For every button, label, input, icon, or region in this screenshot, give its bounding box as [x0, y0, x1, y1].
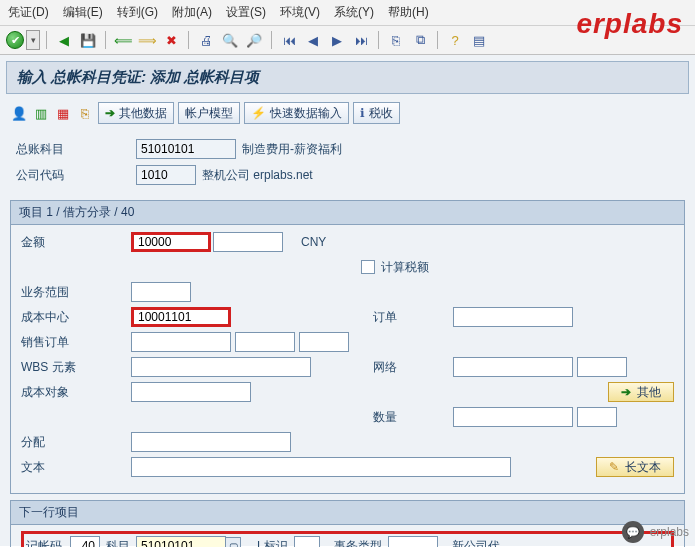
- first-page-icon[interactable]: ⏮: [278, 30, 300, 50]
- bus-area-field[interactable]: [131, 282, 191, 302]
- more-data-button[interactable]: ➔其他数据: [98, 102, 174, 124]
- menu-edit[interactable]: 编辑(E): [63, 4, 103, 21]
- other-button[interactable]: ➔其他: [608, 382, 674, 402]
- ttype-field[interactable]: [388, 536, 438, 547]
- cmd-dropdown[interactable]: ▾: [26, 30, 40, 50]
- sgl-label: L标识: [257, 538, 288, 548]
- bus-area-label: 业务范围: [21, 284, 131, 301]
- sgl-field[interactable]: [294, 536, 320, 547]
- amount-label: 金额: [21, 234, 131, 251]
- nav-back-icon[interactable]: ⟸: [112, 30, 134, 50]
- tax-button[interactable]: ℹ税收: [353, 102, 400, 124]
- menu-system[interactable]: 系统(Y): [334, 4, 374, 21]
- network-act-field[interactable]: [577, 357, 627, 377]
- wbs-label: WBS 元素: [21, 359, 131, 376]
- next-item-box: 下一行项目 记帐码 科目 ▢ L标识 事务类型 新公司代: [10, 500, 685, 547]
- qty-unit-field[interactable]: [577, 407, 617, 427]
- pstky-label: 记帐码: [26, 538, 62, 548]
- amount-field[interactable]: [131, 232, 211, 252]
- wechat-icon: 💬: [622, 521, 644, 543]
- menu-goto[interactable]: 转到(G): [117, 4, 158, 21]
- menu-extras[interactable]: 附加(A): [172, 4, 212, 21]
- cost-obj-field[interactable]: [131, 382, 251, 402]
- menu-settings[interactable]: 设置(S): [226, 4, 266, 21]
- gl-account-desc: 制造费用-薪资福利: [242, 141, 342, 158]
- new-session-icon[interactable]: ⎘: [385, 30, 407, 50]
- calc-tax-checkbox[interactable]: [361, 260, 375, 274]
- sales-order-label: 销售订单: [21, 334, 131, 351]
- display-icon[interactable]: ▦: [54, 103, 72, 123]
- account-field[interactable]: [136, 536, 226, 547]
- company-label: 公司代码: [16, 167, 136, 184]
- sales-order-sched-field[interactable]: [299, 332, 349, 352]
- order-label: 订单: [373, 309, 453, 326]
- account-label: 科目: [106, 538, 130, 548]
- shortcut-icon[interactable]: ⧉: [409, 30, 431, 50]
- cancel-icon[interactable]: ✖: [160, 30, 182, 50]
- copy-icon[interactable]: ⎘: [76, 103, 94, 123]
- network-field[interactable]: [453, 357, 573, 377]
- acct-model-button[interactable]: 帐户模型: [178, 102, 240, 124]
- footer-name: erplabs: [650, 525, 689, 539]
- back-icon[interactable]: ◀: [53, 30, 75, 50]
- app-toolbar: 👤 ▥ ▦ ⎘ ➔其他数据 帐户模型 ⚡快速数据输入 ℹ税收: [6, 100, 689, 126]
- cost-center-field[interactable]: [131, 307, 231, 327]
- help-icon[interactable]: ?: [444, 30, 466, 50]
- menu-bar: 凭证(D) 编辑(E) 转到(G) 附加(A) 设置(S) 环境(V) 系统(Y…: [0, 0, 695, 26]
- amount2-field[interactable]: [213, 232, 283, 252]
- network-label: 网络: [373, 359, 453, 376]
- header-form: 总账科目 制造费用-薪资福利 公司代码 整机公司 erplabs.net: [6, 134, 689, 194]
- cost-center-label: 成本中心: [21, 309, 131, 326]
- menu-env[interactable]: 环境(V): [280, 4, 320, 21]
- assign-label: 分配: [21, 434, 131, 451]
- gl-account-label: 总账科目: [16, 141, 136, 158]
- fast-entry-button[interactable]: ⚡快速数据输入: [244, 102, 349, 124]
- save-icon[interactable]: 💾: [77, 30, 99, 50]
- cost-obj-label: 成本对象: [21, 384, 131, 401]
- last-page-icon[interactable]: ⏭: [350, 30, 372, 50]
- user-icon[interactable]: 👤: [10, 103, 28, 123]
- page-title: 输入 总帐科目凭证: 添加 总帐科目项: [6, 61, 689, 94]
- newco-label: 新公司代: [452, 538, 500, 548]
- company-desc: 整机公司 erplabs.net: [202, 167, 313, 184]
- menu-doc[interactable]: 凭证(D): [8, 4, 49, 21]
- account-search-help[interactable]: ▢: [225, 537, 241, 547]
- calc-tax-label: 计算税额: [381, 259, 429, 276]
- line-item-box: 项目 1 / 借方分录 / 40 金额 CNY 计算税额 业务范围 成本中心: [10, 200, 685, 494]
- ttype-label: 事务类型: [334, 538, 382, 548]
- next-page-icon[interactable]: ▶: [326, 30, 348, 50]
- currency-label: CNY: [301, 235, 326, 249]
- nav-exit-icon[interactable]: ⟹: [136, 30, 158, 50]
- enter-icon[interactable]: ✔: [6, 31, 24, 49]
- prev-page-icon[interactable]: ◀: [302, 30, 324, 50]
- print-icon[interactable]: 🖨: [195, 30, 217, 50]
- assign-field[interactable]: [131, 432, 291, 452]
- pstky-field[interactable]: [70, 536, 100, 547]
- long-text-button[interactable]: ✎长文本: [596, 457, 674, 477]
- sales-order-item-field[interactable]: [235, 332, 295, 352]
- wbs-field[interactable]: [131, 357, 311, 377]
- line-item-title: 项目 1 / 借方分录 / 40: [11, 201, 684, 225]
- qty-field[interactable]: [453, 407, 573, 427]
- text-label: 文本: [21, 459, 131, 476]
- content-area: 输入 总帐科目凭证: 添加 总帐科目项 👤 ▥ ▦ ⎘ ➔其他数据 帐户模型 ⚡…: [0, 55, 695, 546]
- overview-icon[interactable]: ▥: [32, 103, 50, 123]
- gl-account-field: [136, 139, 236, 159]
- menu-help[interactable]: 帮助(H): [388, 4, 429, 21]
- company-field: [136, 165, 196, 185]
- footer-badge: 💬 erplabs: [622, 521, 689, 543]
- next-item-title: 下一行项目: [11, 501, 684, 525]
- order-field[interactable]: [453, 307, 573, 327]
- text-field[interactable]: [131, 457, 511, 477]
- find-next-icon[interactable]: 🔎: [243, 30, 265, 50]
- find-icon[interactable]: 🔍: [219, 30, 241, 50]
- system-toolbar: ✔ ▾ ◀ 💾 ⟸ ⟹ ✖ 🖨 🔍 🔎 ⏮ ◀ ▶ ⏭ ⎘ ⧉ ? ▤: [0, 26, 695, 55]
- sales-order-field[interactable]: [131, 332, 231, 352]
- qty-label: 数量: [373, 409, 453, 426]
- layout-icon[interactable]: ▤: [468, 30, 490, 50]
